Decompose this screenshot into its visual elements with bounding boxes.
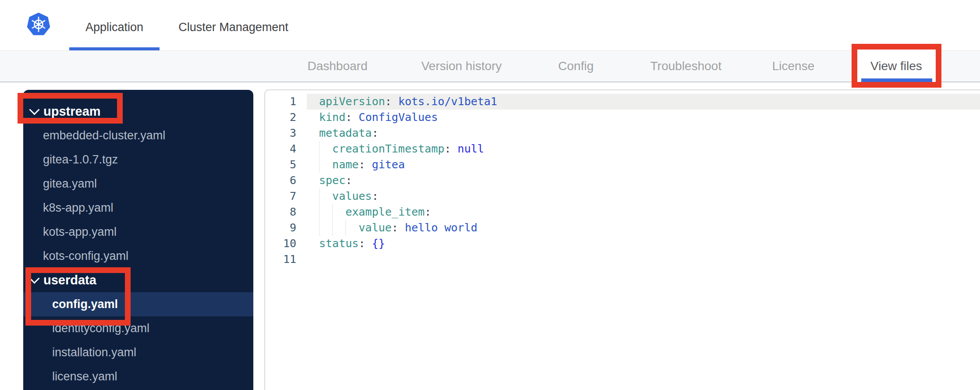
line-number: 7: [265, 188, 307, 204]
token-punc: :: [372, 190, 378, 202]
app-sub-nav: DashboardVersion historyConfigTroublesho…: [0, 50, 980, 82]
token-const: {}: [365, 237, 385, 250]
code-line-7: 7 values:: [265, 188, 980, 204]
line-number: 5: [265, 157, 307, 173]
code-line-11: 11: [265, 252, 980, 267]
token-key: value: [359, 221, 391, 234]
token-punc: :: [425, 206, 431, 218]
code-text: status: {}: [307, 236, 980, 252]
code-line-5: 5 name: gitea: [265, 157, 980, 173]
kots-admin-console: ApplicationCluster Management DashboardV…: [0, 0, 980, 390]
line-number: 6: [265, 173, 307, 188]
code-text: metadata:: [307, 125, 980, 141]
tree-file-embedded-cluster.yaml[interactable]: embedded-cluster.yaml: [23, 124, 253, 148]
token-key: metadata: [319, 127, 372, 139]
indent-guide: [319, 188, 320, 204]
tree-item-label: kots-config.yaml: [43, 249, 128, 263]
token-str: kots.io/v1beta1: [392, 95, 497, 108]
tree-file-installation.yaml[interactable]: installation.yaml: [23, 340, 253, 365]
code-editor[interactable]: 1apiVersion: kots.io/v1beta12kind: Confi…: [264, 89, 980, 390]
code-text: values:: [307, 188, 980, 204]
code-text: creationTimestamp: null: [307, 141, 980, 157]
token-punc: :: [372, 127, 378, 139]
tree-file-gitea.yaml[interactable]: gitea.yaml: [23, 172, 253, 196]
tree-item-label: k8s-app.yaml: [43, 201, 114, 215]
line-number: 9: [265, 220, 307, 236]
indent-guide: [332, 220, 333, 236]
code-text: kind: ConfigValues: [307, 110, 980, 125]
code-line-9: 9 value: hello world: [265, 220, 980, 236]
top-nav: ApplicationCluster Management: [0, 0, 980, 50]
tree-file-config.yaml[interactable]: config.yaml: [23, 292, 253, 316]
tree-item-label: kots-app.yaml: [43, 225, 117, 239]
sub-tab-config[interactable]: Config: [558, 51, 594, 82]
token-key: apiVersion: [319, 95, 385, 108]
top-tab-label: Application: [85, 21, 143, 34]
code-line-8: 8 example_item:: [265, 204, 980, 220]
tree-item-label: upstream: [43, 104, 101, 119]
token-key: spec: [319, 174, 345, 187]
tree-file-kots-config.yaml[interactable]: kots-config.yaml: [23, 244, 253, 268]
indent-guide: [332, 204, 333, 220]
indent-guide: [319, 220, 320, 236]
token-punc: :: [444, 142, 451, 155]
code-line-4: 4 creationTimestamp: null: [265, 141, 980, 157]
token-punc: :: [359, 237, 365, 250]
token-punc: :: [359, 158, 365, 171]
kubernetes-logo-icon: [26, 11, 51, 37]
tree-item-label: gitea.yaml: [43, 177, 97, 191]
token-key: name: [332, 158, 359, 171]
tree-folder-upstream[interactable]: upstream: [23, 99, 253, 124]
indent-guide: [319, 141, 320, 157]
tree-item-label: userdata: [43, 273, 96, 287]
tree-item-label: installation.yaml: [52, 346, 136, 359]
active-tab-underline: [69, 47, 160, 50]
code-text: value: hello world: [307, 220, 980, 236]
line-number: 4: [265, 141, 307, 157]
code-text: apiVersion: kots.io/v1beta1: [307, 94, 980, 110]
line-number: 2: [265, 110, 307, 125]
line-number: 3: [265, 125, 307, 141]
token-punc: :: [345, 174, 352, 187]
code-line-2: 2kind: ConfigValues: [265, 110, 980, 125]
sub-tab-license[interactable]: License: [772, 51, 815, 82]
token-key: kind: [319, 111, 345, 124]
token-str: ConfigValues: [352, 111, 438, 124]
chevron-down-icon: [29, 273, 39, 284]
indent-guide: [319, 204, 320, 220]
token-key: status: [319, 237, 359, 250]
code-text: example_item:: [307, 204, 980, 220]
token-const: null: [451, 142, 484, 155]
token-key: example_item: [345, 206, 425, 218]
code-text: spec:: [307, 173, 980, 188]
token-str: hello world: [398, 221, 478, 234]
tree-item-label: embedded-cluster.yaml: [43, 129, 165, 142]
indent-guide: [345, 220, 346, 236]
sub-tab-dashboard[interactable]: Dashboard: [308, 51, 368, 82]
code-line-10: 10status: {}: [265, 236, 980, 252]
code-line-6: 6spec:: [265, 173, 980, 188]
top-tab-cluster-management[interactable]: Cluster Management: [164, 0, 302, 50]
line-number: 11: [265, 252, 307, 267]
line-number: 1: [265, 94, 307, 110]
sub-tab-version-history[interactable]: Version history: [421, 51, 502, 82]
tree-file-kots-app.yaml[interactable]: kots-app.yaml: [23, 220, 253, 244]
token-key: values: [332, 190, 372, 202]
token-punc: :: [385, 95, 392, 108]
tree-file-identityconfig.yaml[interactable]: identityconfig.yaml: [23, 316, 253, 340]
tree-item-label: config.yaml: [52, 298, 118, 311]
top-tab-application[interactable]: Application: [69, 0, 160, 50]
sub-tab-troubleshoot[interactable]: Troubleshoot: [650, 51, 721, 82]
tree-item-label: identityconfig.yaml: [52, 322, 149, 335]
tree-item-label: license.yaml: [52, 370, 117, 383]
sub-tab-view-files[interactable]: View files: [870, 51, 922, 82]
tree-file-license.yaml[interactable]: license.yaml: [23, 365, 253, 389]
tree-file-k8s-app.yaml[interactable]: k8s-app.yaml: [23, 196, 253, 220]
indent-guide: [319, 157, 320, 173]
line-number: 8: [265, 204, 307, 220]
token-key: creationTimestamp: [332, 142, 444, 155]
token-punc: :: [345, 111, 352, 124]
tree-file-gitea-1.0.7.tgz[interactable]: gitea-1.0.7.tgz: [23, 148, 253, 172]
token-punc: :: [392, 221, 398, 234]
tree-folder-userdata[interactable]: userdata: [23, 268, 253, 292]
